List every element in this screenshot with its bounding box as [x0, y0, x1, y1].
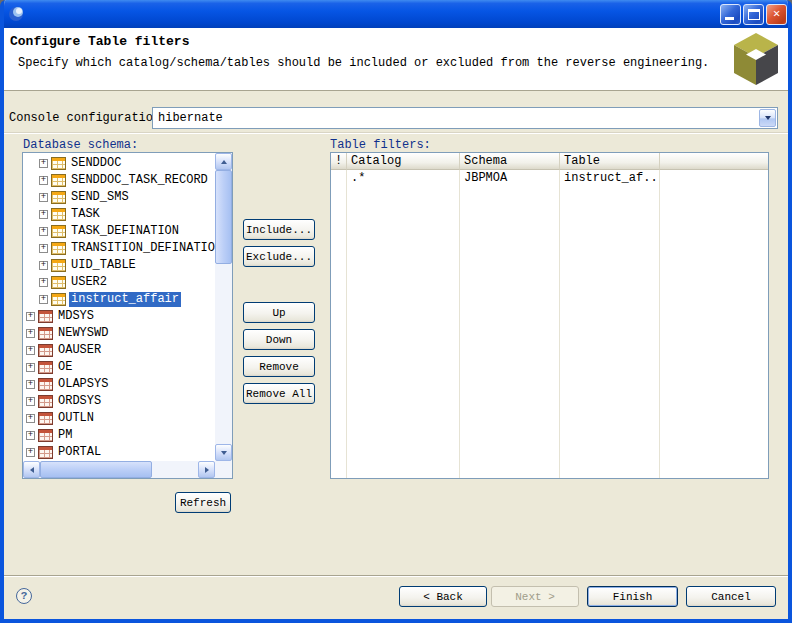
expander-plus-icon[interactable]: + — [26, 380, 35, 389]
include-button[interactable]: Include... — [243, 219, 315, 240]
tree-item-MDSYS[interactable]: +MDSYS — [23, 308, 215, 325]
tree-item-label: OE — [56, 360, 74, 375]
tree-vertical-scrollbar[interactable] — [215, 153, 232, 461]
tree-item-ORDSYS[interactable]: +ORDSYS — [23, 393, 215, 410]
cancel-button[interactable]: Cancel — [686, 586, 776, 607]
exclude-button[interactable]: Exclude... — [243, 246, 315, 267]
remove-all-button[interactable]: Remove All — [243, 383, 315, 404]
minimize-button[interactable] — [720, 4, 741, 25]
back-button[interactable]: < Back — [399, 586, 487, 607]
console-configuration-combo[interactable]: hibernate — [152, 107, 778, 129]
page-title: Configure Table filters — [10, 34, 189, 49]
down-button[interactable]: Down — [243, 329, 315, 350]
hibernate-logo-icon — [732, 31, 780, 91]
column-header-catalog[interactable]: Catalog — [347, 153, 460, 170]
schema-icon — [38, 446, 53, 459]
table-icon — [51, 259, 66, 272]
tree-item-label: TASK — [69, 207, 102, 222]
tree-item-label: OAUSER — [56, 343, 103, 358]
column-header-table[interactable]: Table — [560, 153, 660, 170]
tree-item-USER2[interactable]: +USER2 — [23, 274, 215, 291]
tree-item-OUTLN[interactable]: +OUTLN — [23, 410, 215, 427]
vertical-scroll-thumb[interactable] — [215, 170, 232, 264]
tree-item-OLAPSYS[interactable]: +OLAPSYS — [23, 376, 215, 393]
tree-item-UID_TABLE[interactable]: +UID_TABLE — [23, 257, 215, 274]
database-schema-tree: +SENDDOC+SENDDOC_TASK_RECORD+SEND_SMS+TA… — [22, 152, 233, 479]
scroll-left-button[interactable] — [23, 461, 40, 478]
tree-item-label: instruct_affair — [69, 292, 181, 307]
schema-icon — [38, 361, 53, 374]
expander-plus-icon[interactable]: + — [39, 210, 48, 219]
maximize-button[interactable] — [743, 4, 764, 25]
close-button[interactable]: ✕ — [766, 4, 787, 25]
tree-item-TASK_DEFINATION[interactable]: +TASK_DEFINATION — [23, 223, 215, 240]
expander-plus-icon[interactable]: + — [26, 312, 35, 321]
expander-plus-icon[interactable]: + — [26, 346, 35, 355]
tree-item-instruct_affair[interactable]: +instruct_affair — [23, 291, 215, 308]
filter-cell: .* — [347, 170, 460, 187]
tree-item-TASK[interactable]: +TASK — [23, 206, 215, 223]
table-icon — [51, 174, 66, 187]
tree-item-NEWYSWD[interactable]: +NEWYSWD — [23, 325, 215, 342]
table-icon — [51, 208, 66, 221]
tree-item-label: TASK_DEFINATION — [69, 224, 181, 239]
page-description: Specify which catalog/schema/tables shou… — [18, 56, 709, 70]
expander-plus-icon[interactable]: + — [26, 448, 35, 457]
table-icon — [51, 293, 66, 306]
section-separator — [4, 132, 788, 134]
tree-item-OE[interactable]: +OE — [23, 359, 215, 376]
remove-button[interactable]: Remove — [243, 356, 315, 377]
arrow-right-icon — [205, 467, 209, 473]
tree-item-SEND_SMS[interactable]: +SEND_SMS — [23, 189, 215, 206]
filter-cell: JBPMOA — [460, 170, 560, 187]
column-header--[interactable]: ! — [331, 153, 347, 170]
column-header-schema[interactable]: Schema — [460, 153, 560, 170]
expander-plus-icon[interactable]: + — [26, 414, 35, 423]
database-schema-label: Database schema: — [23, 138, 138, 152]
refresh-button[interactable]: Refresh — [175, 492, 231, 513]
expander-plus-icon[interactable]: + — [39, 295, 48, 304]
scroll-right-button[interactable] — [198, 461, 215, 478]
schema-icon — [38, 429, 53, 442]
arrow-down-icon — [221, 451, 227, 455]
tree-item-PM[interactable]: +PM — [23, 427, 215, 444]
combo-dropdown-button[interactable] — [759, 109, 776, 127]
schema-tree: +SENDDOC+SENDDOC_TASK_RECORD+SEND_SMS+TA… — [23, 153, 215, 461]
wizard-window: ✕ Configure Table filters Specify which … — [0, 0, 792, 623]
filters-header: !CatalogSchemaTable — [331, 153, 768, 170]
expander-plus-icon[interactable]: + — [39, 193, 48, 202]
scroll-down-button[interactable] — [215, 444, 232, 461]
scrollbar-corner — [215, 461, 232, 478]
expander-plus-icon[interactable]: + — [39, 227, 48, 236]
tree-item-label: OLAPSYS — [56, 377, 110, 392]
column-header-filler — [660, 153, 768, 170]
tree-item-SENDDOC_TASK_RECORD[interactable]: +SENDDOC_TASK_RECORD — [23, 172, 215, 189]
scroll-up-button[interactable] — [215, 153, 232, 170]
tree-item-SENDDOC[interactable]: +SENDDOC — [23, 155, 215, 172]
tree-item-PORTAL[interactable]: +PORTAL — [23, 444, 215, 461]
expander-plus-icon[interactable]: + — [26, 397, 35, 406]
tree-item-TRANSITION_DEFINATION[interactable]: +TRANSITION_DEFINATION — [23, 240, 215, 257]
minimize-icon — [725, 17, 734, 20]
expander-plus-icon[interactable]: + — [39, 176, 48, 185]
finish-button[interactable]: Finish — [587, 586, 678, 607]
expander-plus-icon[interactable]: + — [39, 159, 48, 168]
help-button[interactable]: ? — [16, 588, 32, 604]
expander-plus-icon[interactable]: + — [39, 278, 48, 287]
chevron-down-icon — [765, 116, 771, 120]
horizontal-scroll-thumb[interactable] — [40, 461, 152, 478]
tree-item-label: SEND_SMS — [69, 190, 131, 205]
expander-plus-icon[interactable]: + — [26, 329, 35, 338]
titlebar[interactable]: ✕ — [0, 0, 792, 28]
tree-item-OAUSER[interactable]: +OAUSER — [23, 342, 215, 359]
expander-plus-icon[interactable]: + — [39, 261, 48, 270]
tree-horizontal-scrollbar[interactable] — [23, 461, 215, 478]
expander-plus-icon[interactable]: + — [39, 244, 48, 253]
filter-cell: instruct_af... — [560, 170, 660, 187]
filter-row[interactable]: .*JBPMOAinstruct_af... — [331, 170, 768, 187]
table-icon — [51, 225, 66, 238]
expander-plus-icon[interactable]: + — [26, 363, 35, 372]
expander-plus-icon[interactable]: + — [26, 431, 35, 440]
up-button[interactable]: Up — [243, 302, 315, 323]
grid-line — [559, 170, 560, 478]
